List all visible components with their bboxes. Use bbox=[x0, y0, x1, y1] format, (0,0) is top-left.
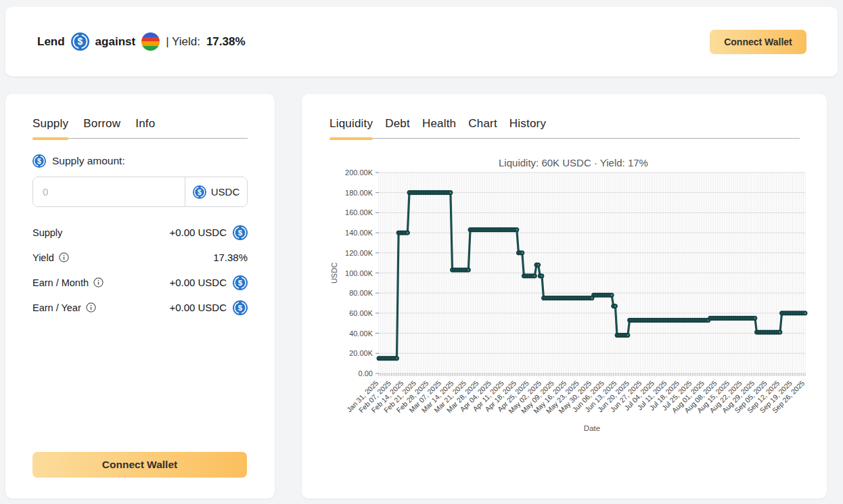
detail-row: Supply+0.00 USDC $ bbox=[32, 220, 248, 245]
detail-value: +0.00 USDC bbox=[169, 302, 227, 313]
tab-debt[interactable]: Debt bbox=[385, 117, 410, 131]
market-card: LiquidityDebtHealthChartHistory Liquidit… bbox=[302, 94, 827, 499]
supply-amount-input[interactable] bbox=[33, 177, 185, 206]
svg-text:$: $ bbox=[238, 278, 243, 286]
yield-value: 17.38% bbox=[206, 35, 246, 49]
svg-text:60.00K: 60.00K bbox=[349, 309, 373, 317]
detail-row: Yield 17.38% bbox=[32, 245, 248, 270]
svg-text:$: $ bbox=[238, 228, 243, 236]
active-tab-underline bbox=[329, 137, 373, 140]
tab-info[interactable]: Info bbox=[135, 117, 155, 131]
detail-value: +0.00 USDC bbox=[169, 227, 227, 238]
tab-label: Borrow bbox=[83, 117, 120, 130]
tab-label: Health bbox=[422, 117, 456, 130]
info-icon[interactable] bbox=[86, 302, 96, 313]
market-card-tabs: LiquidityDebtHealthChartHistory bbox=[329, 117, 800, 139]
detail-label: Earn / Year bbox=[32, 302, 81, 313]
detail-value: +0.00 USDC bbox=[169, 277, 227, 288]
svg-text:180.00K: 180.00K bbox=[345, 189, 373, 197]
svg-text:$: $ bbox=[238, 303, 243, 311]
usdc-icon: $ bbox=[32, 154, 46, 168]
usdc-icon: $ bbox=[71, 32, 89, 51]
tab-health[interactable]: Health bbox=[422, 117, 456, 131]
connect-wallet-button[interactable]: Connect Wallet bbox=[32, 452, 247, 478]
usdc-icon: $ bbox=[233, 225, 248, 240]
liquidity-chart: 0.0020.00K40.00K60.00K80.00K100.00K120.0… bbox=[329, 169, 827, 442]
yield-label: | Yield: bbox=[166, 35, 200, 49]
tab-label: Chart bbox=[468, 117, 497, 130]
usdc-icon: $ bbox=[233, 300, 248, 315]
tab-borrow[interactable]: Borrow bbox=[83, 117, 120, 131]
tab-history[interactable]: History bbox=[509, 117, 546, 131]
svg-text:Date: Date bbox=[584, 424, 600, 432]
supply-details: Supply+0.00 USDC $ Yield 17.38%Earn / Mo… bbox=[32, 220, 248, 320]
supply-card-tabs: SupplyBorrowInfo bbox=[32, 117, 248, 139]
svg-text:160.00K: 160.00K bbox=[345, 208, 373, 216]
tab-label: History bbox=[509, 117, 546, 130]
svg-text:$: $ bbox=[77, 36, 83, 47]
svg-text:$: $ bbox=[37, 158, 41, 165]
svg-text:140.00K: 140.00K bbox=[345, 229, 373, 237]
svg-text:100.00K: 100.00K bbox=[345, 269, 373, 277]
chart-title: Liquidity: 60K USDC · Yield: 17% bbox=[329, 157, 817, 168]
svg-text:80.00K: 80.00K bbox=[349, 289, 373, 297]
detail-label: Supply bbox=[32, 227, 62, 238]
supply-amount-group: $ USDC bbox=[32, 177, 248, 207]
currency-selector[interactable]: $ USDC bbox=[185, 177, 247, 206]
tab-label: Debt bbox=[385, 117, 410, 130]
tab-chart[interactable]: Chart bbox=[468, 117, 497, 131]
detail-label: Earn / Month bbox=[32, 277, 89, 288]
detail-row: Earn / Year +0.00 USDC $ bbox=[32, 295, 248, 320]
svg-text:20.00K: 20.00K bbox=[349, 349, 373, 357]
tab-label: Supply bbox=[32, 117, 68, 130]
detail-row: Earn / Month +0.00 USDC $ bbox=[32, 270, 248, 295]
liquidity-chart-svg: 0.0020.00K40.00K60.00K80.00K100.00K120.0… bbox=[329, 169, 830, 440]
svg-text:120.00K: 120.00K bbox=[345, 249, 373, 257]
tab-label: Info bbox=[135, 117, 155, 130]
detail-value: 17.38% bbox=[213, 252, 248, 263]
svg-text:40.00K: 40.00K bbox=[349, 329, 373, 338]
tab-label: Liquidity bbox=[329, 117, 373, 130]
detail-label: Yield bbox=[32, 252, 54, 263]
usdc-icon: $ bbox=[233, 275, 248, 290]
header-card: Lend $ against | Yield: 17.38% Connect W… bbox=[5, 7, 838, 76]
svg-text:$: $ bbox=[198, 188, 202, 196]
against-label: against bbox=[95, 35, 136, 49]
active-tab-underline bbox=[32, 137, 68, 140]
svg-text:200.00K: 200.00K bbox=[345, 169, 373, 177]
supply-card: SupplyBorrowInfo $ Supply amount: $ USDC… bbox=[5, 94, 275, 499]
svg-text:0.00: 0.00 bbox=[359, 369, 373, 377]
tab-liquidity[interactable]: Liquidity bbox=[329, 117, 373, 131]
currency-label: USDC bbox=[211, 186, 240, 198]
collateral-token-icon bbox=[141, 32, 160, 51]
tab-supply[interactable]: Supply bbox=[32, 117, 68, 131]
connect-wallet-button[interactable]: Connect Wallet bbox=[710, 30, 806, 54]
svg-text:USDC: USDC bbox=[330, 262, 338, 283]
info-icon[interactable] bbox=[93, 277, 104, 288]
info-icon[interactable] bbox=[59, 252, 69, 262]
supply-amount-label: Supply amount: bbox=[52, 155, 125, 167]
market-pair-line: Lend $ against | Yield: 17.38% bbox=[37, 32, 246, 51]
usdc-icon: $ bbox=[193, 185, 206, 199]
lend-label: Lend bbox=[37, 35, 65, 49]
